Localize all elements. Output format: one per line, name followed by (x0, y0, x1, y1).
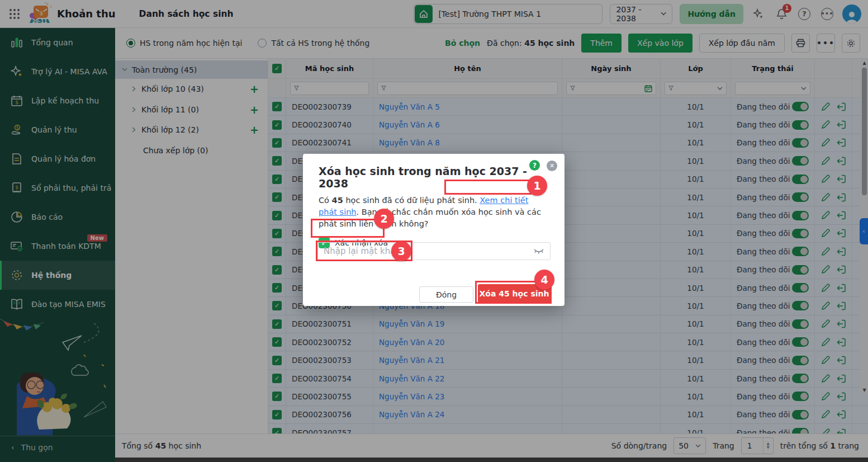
dialog-title: Xóa học sinh trong năm học 2037 - 2038 (319, 165, 549, 190)
dialog-help-icon[interactable]: ? (529, 160, 540, 171)
password-input[interactable] (324, 246, 533, 256)
dialog-close-button[interactable]: Đóng (419, 286, 473, 303)
eye-closed-icon[interactable] (533, 247, 544, 255)
annotation-badge-3: 3 (391, 241, 411, 261)
delete-students-dialog: ? ✕ Xóa học sinh trong năm học 2037 - 20… (303, 154, 565, 306)
password-field[interactable] (317, 242, 551, 260)
dialog-close-icon[interactable]: ✕ (547, 161, 557, 171)
annotation-badge-4: 4 (534, 270, 554, 290)
annotation-badge-2: 2 (374, 209, 394, 229)
dialog-message: Có 45 học sinh đã có dữ liệu phát sinh. … (319, 195, 546, 230)
annotation-badge-1: 1 (527, 176, 547, 196)
